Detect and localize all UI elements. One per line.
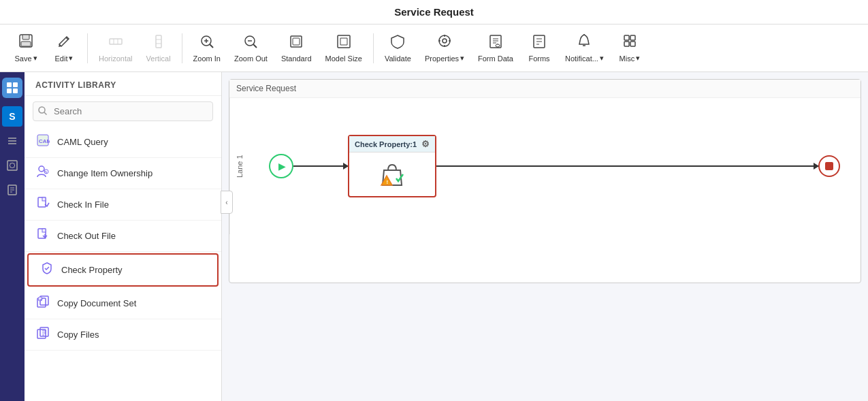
sidebar-item-check-property[interactable]: Check Property (27, 253, 219, 287)
svg-line-55 (44, 112, 47, 115)
zoom-out-label: Zoom Out (234, 54, 268, 63)
rail-book-icon[interactable] (2, 180, 22, 200)
check-property-icon (39, 261, 54, 278)
misc-label: Misc ▾ (620, 54, 641, 63)
model-size-button[interactable]: Model Size (320, 31, 368, 65)
toolbar-sep-3 (373, 33, 374, 63)
svg-text:CAML: CAML (39, 138, 50, 144)
svg-rect-42 (7, 82, 12, 87)
save-button[interactable]: Save ▾ (8, 31, 44, 65)
play-icon: ▶ (278, 161, 286, 172)
check-in-file-label: Check In File (57, 199, 109, 210)
validate-button[interactable]: Validate (379, 31, 417, 65)
vertical-icon (151, 34, 166, 52)
zoom-out-button[interactable]: Zoom Out (229, 31, 273, 65)
svg-rect-45 (13, 89, 18, 93)
sidebar-item-copy-files[interactable]: Copy Files (25, 319, 221, 351)
rail-apps-icon[interactable] (2, 78, 22, 98)
main-layout: S ACTIVITY LIBRARY (0, 72, 868, 401)
forms-icon (532, 34, 547, 52)
svg-rect-6 (156, 35, 161, 48)
model-size-icon (336, 34, 351, 52)
svg-rect-3 (110, 39, 122, 44)
form-data-button[interactable]: Form Data (472, 31, 519, 65)
svg-point-19 (439, 35, 450, 46)
svg-rect-1 (22, 35, 29, 39)
validate-icon (390, 34, 405, 52)
svg-rect-61 (42, 197, 46, 201)
zoom-in-label: Zoom In (193, 54, 221, 63)
sidebar-header: ACTIVITY LIBRARY (25, 72, 221, 96)
properties-dropdown-icon: ▾ (460, 54, 464, 63)
forms-label: Forms (528, 54, 549, 63)
standard-icon (289, 34, 304, 52)
model-size-label: Model Size (325, 54, 362, 63)
svg-rect-17 (293, 38, 300, 45)
svg-rect-40 (624, 42, 629, 46)
misc-button[interactable]: Misc ▾ (612, 31, 647, 65)
rail-list-icon[interactable] (2, 131, 22, 151)
canvas-lane: Lane 1 ▶ Check Property:1 ⚙ (229, 98, 861, 234)
properties-icon (437, 33, 452, 52)
copy-document-set-label: Copy Document Set (57, 298, 136, 308)
svg-point-20 (443, 39, 447, 43)
search-box (33, 101, 213, 121)
svg-rect-43 (13, 82, 18, 87)
standard-label: Standard (281, 54, 312, 63)
rail-puzzle-icon[interactable] (2, 155, 22, 176)
check-out-file-label: Check Out File (57, 231, 116, 241)
flow-arrow-2 (436, 165, 818, 167)
form-data-label: Form Data (478, 54, 513, 63)
vertical-button: Vertical (141, 31, 176, 65)
edit-icon (57, 33, 71, 52)
zoom-in-button[interactable]: Zoom In (188, 31, 226, 65)
activity-node-check-property[interactable]: Check Property:1 ⚙ (348, 135, 436, 197)
copy-files-label: Copy Files (57, 330, 99, 340)
edit-button[interactable]: Edit ▾ (46, 31, 82, 65)
canvas-board: Service Request Lane 1 ▶ (229, 79, 861, 283)
activity-node-body: ! (349, 153, 435, 196)
activity-gear-icon[interactable]: ⚙ (421, 139, 430, 149)
edit-label: Edit ▾ (55, 54, 74, 63)
vertical-label: Vertical (146, 54, 171, 63)
bag-icon: ! (377, 159, 407, 189)
notifications-icon (577, 33, 592, 52)
caml-query-icon: CAML (35, 133, 50, 150)
flow-end-node[interactable] (818, 155, 840, 177)
forms-button[interactable]: Forms (521, 31, 557, 65)
canvas-inner: Service Request Lane 1 ▶ (222, 72, 868, 290)
change-ownership-icon (35, 165, 50, 182)
breadcrumb: Service Request (229, 80, 861, 98)
caml-query-label: CAML Query (57, 137, 108, 147)
activity-node-header: Check Property:1 ⚙ (349, 136, 435, 153)
misc-icon (622, 33, 637, 52)
svg-rect-49 (7, 161, 17, 170)
sidebar-item-change-item-ownership[interactable]: Change Item Ownership (25, 158, 221, 189)
flow-start-node[interactable]: ▶ (269, 154, 293, 178)
save-icon (18, 33, 33, 52)
check-in-file-icon (35, 196, 50, 213)
copy-doc-set-icon (35, 295, 50, 312)
notifications-button[interactable]: Notificat... ▾ (560, 31, 609, 65)
sidebar-item-caml-query[interactable]: CAML CAML Query (25, 127, 221, 158)
flow-arrow-1 (293, 165, 348, 167)
horizontal-button: Horizontal (93, 31, 138, 65)
properties-button[interactable]: Properties ▾ (419, 31, 470, 65)
horizontal-icon (108, 34, 123, 52)
sidebar-item-copy-document-set[interactable]: Copy Document Set (25, 288, 221, 319)
properties-label: Properties ▾ (425, 54, 464, 63)
standard-button[interactable]: Standard (276, 31, 317, 65)
search-input[interactable] (33, 101, 213, 121)
search-icon (38, 106, 47, 117)
svg-point-29 (496, 44, 500, 47)
sidebar-item-check-in-file[interactable]: Check In File (25, 189, 221, 221)
title-bar: Service Request (0, 0, 868, 25)
collapse-sidebar-button[interactable]: ‹ (221, 191, 222, 214)
svg-line-12 (210, 44, 213, 48)
rail-sharepoint-icon[interactable]: S (2, 106, 22, 127)
collapse-button-wrapper: ‹ (221, 191, 222, 214)
stop-icon (825, 162, 833, 170)
app-title: Service Request (394, 6, 474, 18)
svg-point-58 (39, 166, 44, 172)
sidebar-item-check-out-file[interactable]: Check Out File (25, 221, 221, 252)
